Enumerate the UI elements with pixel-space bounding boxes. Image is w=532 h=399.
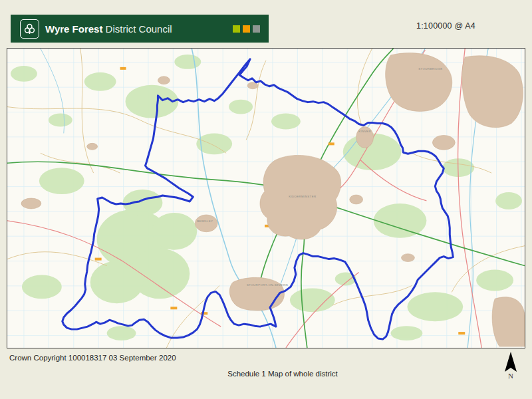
brand-square — [253, 25, 260, 33]
council-title: Wyre Forest District Council — [45, 23, 172, 35]
brand-square — [243, 25, 250, 33]
council-logo-icon — [20, 19, 39, 39]
council-title-bold: Wyre Forest — [45, 23, 102, 35]
copyright-text: Crown Copyright 100018317 03 September 2… — [9, 354, 176, 362]
svg-text:STOURPORT-ON-SEVERN: STOURPORT-ON-SEVERN — [247, 283, 288, 287]
council-title-regular: District Council — [106, 23, 172, 35]
north-arrow: N — [501, 351, 520, 386]
district-map-canvas: KIDDERMINSTERSTOURPORT-ON-SEVERNBEWDLEYS… — [7, 49, 525, 348]
north-arrow-label: N — [508, 372, 513, 380]
north-arrow-icon — [503, 351, 519, 374]
svg-text:BEWDLEY: BEWDLEY — [197, 219, 213, 223]
trefoil-icon — [23, 23, 36, 35]
map-scale-label: 1:100000 @ A4 — [416, 21, 475, 31]
brand-squares — [233, 25, 260, 33]
svg-text:KIDDERMINSTER: KIDDERMINSTER — [289, 195, 316, 198]
brand-square — [233, 25, 240, 33]
map-caption: Schedule 1 Map of whole district — [0, 370, 532, 378]
council-header-bar: Wyre Forest District Council — [11, 15, 269, 43]
svg-text:KINVER: KINVER — [358, 130, 371, 133]
district-map: KIDDERMINSTERSTOURPORT-ON-SEVERNBEWDLEYS… — [7, 48, 525, 348]
svg-text:STOURBRIDGE: STOURBRIDGE — [418, 67, 442, 70]
